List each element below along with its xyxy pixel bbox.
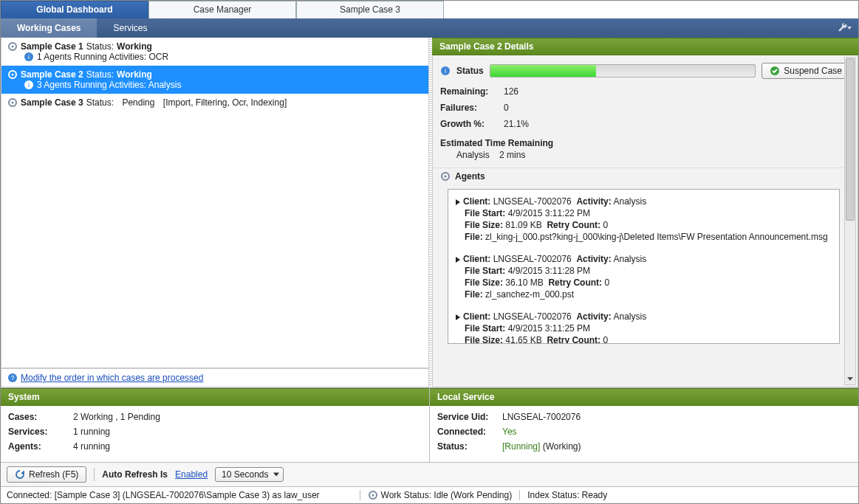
service-uid-label: Service Uid: <box>437 412 496 422</box>
agent-item[interactable]: Client: LNGSEAL-7002076 Activity: Analys… <box>456 253 832 300</box>
gear-icon <box>7 69 18 80</box>
modify-order-bar: ? Modify the order in which cases are pr… <box>1 368 428 387</box>
info-icon: i <box>24 80 34 90</box>
svg-text:i: i <box>445 67 446 75</box>
auto-refresh-enabled-link[interactable]: Enabled <box>175 469 208 480</box>
index-status: Index Status: Ready <box>527 490 607 500</box>
activity-label: Activity: <box>576 254 611 264</box>
suspend-case-button[interactable]: Suspend Case <box>762 63 850 79</box>
cases-value: 2 Working , 1 Pending <box>73 412 160 422</box>
retry-label: Retry Count: <box>547 335 600 344</box>
file-start-value: 4/9/2015 3:11:22 PM <box>508 208 590 218</box>
case-name: Sample Case 3 <box>21 97 83 108</box>
agents-section: Agents Client: LNGSEAL-7002076 Activity:… <box>433 168 858 344</box>
file-size-label: File Size: <box>465 277 503 288</box>
file-size-value: 36.10 MB <box>505 277 543 288</box>
file-size-value: 41.65 KB <box>505 335 541 344</box>
refresh-label: Refresh (F5) <box>29 469 78 480</box>
tab-case-manager[interactable]: Case Manager <box>148 1 296 18</box>
refresh-bar: Refresh (F5) Auto Refresh Is Enabled 10 … <box>1 462 858 486</box>
interval-value: 10 Seconds <box>222 469 268 480</box>
file-start-value: 4/9/2015 3:11:25 PM <box>508 323 590 334</box>
gear-icon <box>7 97 18 108</box>
retry-label: Retry Count: <box>548 277 602 288</box>
cases-label: Cases: <box>8 412 67 422</box>
interval-select[interactable]: 10 Seconds <box>215 467 284 482</box>
file-label: File: <box>465 289 483 300</box>
agent-item[interactable]: Client: LNGSEAL-7002076 Activity: Analys… <box>456 196 832 243</box>
svg-text:i: i <box>28 53 30 61</box>
activity-value: Analysis <box>613 254 646 264</box>
svg-point-18 <box>372 494 374 496</box>
details-body: i Status Suspend Case Remaining:126 Fail… <box>432 55 858 387</box>
file-value: zl_sanchez-m_000.pst <box>485 289 574 300</box>
remaining-label: Remaining: <box>440 86 499 97</box>
growth-label: Growth %: <box>440 119 499 129</box>
status-bar: Connected: [Sample Case 3] (LNGSEAL-7002… <box>1 486 858 503</box>
chevron-down-icon <box>273 473 279 477</box>
details-header: Sample Case 2 Details <box>432 38 858 55</box>
scrollbar-thumb[interactable] <box>846 58 855 221</box>
scroll-down-icon[interactable] <box>846 373 855 384</box>
file-start-label: File Start: <box>465 208 505 218</box>
top-tab-strip: Global Dashboard Case Manager Sample Cas… <box>1 1 858 18</box>
expand-icon[interactable] <box>456 314 460 320</box>
left-panel: Sample Case 1 Status: Working i 1 Agents… <box>1 38 429 387</box>
subtab-services[interactable]: Services <box>97 18 163 38</box>
settings-wrench-icon[interactable] <box>835 18 854 38</box>
right-panel: Sample Case 2 Details i Status Suspend C… <box>432 38 858 387</box>
service-uid-value: LNGSEAL-7002076 <box>502 412 581 422</box>
status-value: Pending <box>122 97 154 108</box>
client-value: LNGSEAL-7002076 <box>493 196 572 207</box>
progress-fill <box>490 65 596 77</box>
svg-text:?: ? <box>10 374 14 382</box>
file-start-value: 4/9/2015 3:11:28 PM <box>508 266 590 276</box>
file-size-value: 81.09 KB <box>505 220 541 230</box>
gear-icon <box>368 490 378 500</box>
main-area: Sample Case 1 Status: Working i 1 Agents… <box>1 38 858 387</box>
expand-icon[interactable] <box>456 199 460 205</box>
retry-label: Retry Count: <box>547 220 600 230</box>
case-sub: 3 Agents Running Activities: Analysis <box>37 80 181 90</box>
retry-value: 0 <box>603 220 608 230</box>
svg-point-16 <box>444 175 446 177</box>
case-extra: [Import, Filtering, Ocr, Indexing] <box>163 97 287 108</box>
status-running: [Running] <box>502 441 540 452</box>
svg-text:i: i <box>28 81 30 89</box>
auto-refresh-label: Auto Refresh Is <box>102 469 168 480</box>
progress-bar <box>490 64 756 77</box>
case-row-1[interactable]: Sample Case 1 Status: Working i 1 Agents… <box>1 38 428 66</box>
subtab-working-cases[interactable]: Working Cases <box>1 18 97 38</box>
status-working: (Working) <box>543 441 581 452</box>
suspend-label: Suspend Case <box>784 66 842 76</box>
refresh-button[interactable]: Refresh (F5) <box>7 466 86 483</box>
client-label: Client: <box>463 254 490 264</box>
gear-icon <box>440 171 451 182</box>
cases-list[interactable]: Sample Case 1 Status: Working i 1 Agents… <box>1 38 428 368</box>
connected-value: Yes <box>502 427 517 437</box>
etr-value: 2 mins <box>499 150 525 160</box>
info-icon: i <box>24 52 34 62</box>
lower-panels: System Cases:2 Working , 1 Pending Servi… <box>1 387 858 462</box>
case-row-3[interactable]: Sample Case 3 Status: Pending [Import, F… <box>1 94 428 111</box>
expand-icon[interactable] <box>456 257 460 263</box>
client-label: Client: <box>463 311 490 322</box>
etr-activity: Analysis <box>456 150 490 160</box>
svg-point-5 <box>11 73 13 75</box>
activity-label: Activity: <box>576 196 611 207</box>
file-size-label: File Size: <box>465 220 503 230</box>
agent-item[interactable]: Client: LNGSEAL-7002076 Activity: Analys… <box>456 311 832 344</box>
case-row-2[interactable]: Sample Case 2 Status: Working i 3 Agents… <box>1 66 428 94</box>
agents-box[interactable]: Client: LNGSEAL-7002076 Activity: Analys… <box>448 189 840 344</box>
help-icon: ? <box>7 373 18 383</box>
refresh-icon <box>15 469 25 480</box>
work-status: Work Status: Idle (Work Pending) <box>381 490 513 500</box>
divider <box>360 490 360 500</box>
tab-global-dashboard[interactable]: Global Dashboard <box>1 1 148 18</box>
connected-status: Connected: [Sample Case 3] (LNGSEAL-7002… <box>7 490 320 500</box>
details-scrollbar[interactable] <box>844 57 856 385</box>
file-size-label: File Size: <box>465 335 503 344</box>
tab-sample-case-3[interactable]: Sample Case 3 <box>296 1 444 18</box>
client-value: LNGSEAL-7002076 <box>493 311 572 322</box>
modify-order-link[interactable]: Modify the order in which cases are proc… <box>21 373 203 383</box>
